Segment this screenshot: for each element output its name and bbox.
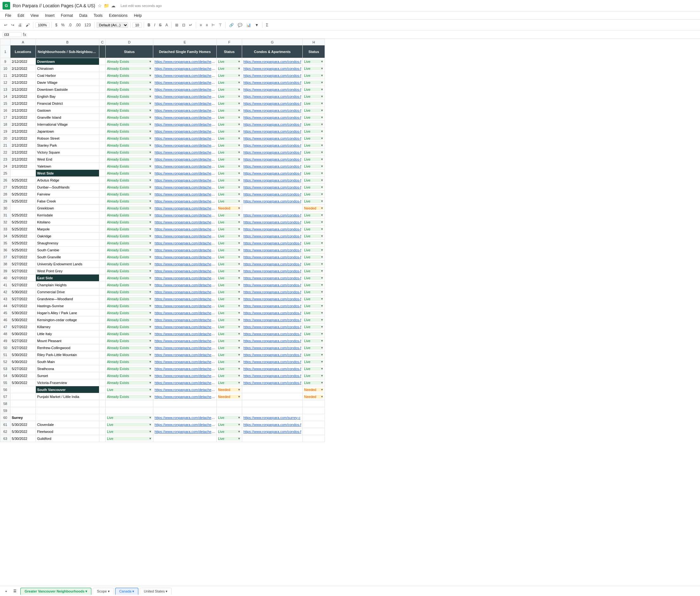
cell-date[interactable]: 5/27/2022 — [10, 268, 36, 274]
detached-link[interactable]: https://www.ronparpara.com/detached-sing… — [154, 102, 217, 105]
align-right-button[interactable]: ⊢ — [210, 22, 217, 28]
dropdown-arrow[interactable]: ▼ — [149, 81, 152, 84]
dropdown-arrow[interactable]: ▼ — [149, 297, 152, 301]
dropdown-arrow[interactable]: ▼ — [321, 283, 323, 287]
cell-status-h[interactable]: Live ▼ — [303, 240, 325, 247]
dropdown-arrow[interactable]: ▼ — [238, 151, 241, 154]
cell-neighbourhood[interactable]: Kerrisdale — [36, 212, 99, 219]
condos-link[interactable]: https://www.ronparpara.com/condos-f — [243, 199, 301, 203]
cell-date[interactable] — [10, 400, 36, 407]
dropdown-arrow[interactable]: ▼ — [149, 290, 152, 294]
cell-neighbourhood[interactable]: Shaughnessy — [36, 240, 99, 247]
condos-link[interactable]: https://www.ronparpara.com/condos-f — [243, 430, 301, 433]
condos-link[interactable]: https://www.ronparpara.com/condos-f — [243, 67, 301, 71]
dropdown-arrow[interactable]: ▼ — [149, 137, 152, 140]
cell-neighbourhood[interactable]: Mount Pleasant — [36, 337, 99, 344]
cell-neighbourhood[interactable]: East Side — [36, 274, 99, 281]
cell-status-f[interactable] — [217, 400, 242, 407]
cell-detached-url[interactable]: https://www.ronparpara.com/detached-sing… — [153, 428, 217, 435]
detached-link[interactable]: https://www.ronparpara.com/detached-sing… — [154, 185, 217, 189]
cell-status-h[interactable]: Live ▼ — [303, 226, 325, 233]
cell-neighbourhood[interactable]: University Endowment Lands — [36, 260, 99, 268]
cell-condos-url[interactable]: https://www.ronparpara.com/condos-f — [242, 274, 303, 281]
dropdown-arrow[interactable]: ▼ — [149, 116, 152, 119]
dropdown-arrow[interactable]: ▼ — [321, 67, 323, 70]
dropdown-arrow[interactable]: ▼ — [149, 255, 152, 259]
cell-status-f[interactable]: Live ▼ — [217, 358, 242, 365]
cell-status-f[interactable]: Live ▼ — [217, 240, 242, 247]
cell-detached-url[interactable]: https://www.ronparpara.com/detached-sing… — [153, 386, 217, 393]
sheet-list-button[interactable]: ☰ — [11, 588, 19, 590]
cell-condos-url[interactable]: https://www.ronparpara.com/condos-f — [242, 86, 303, 93]
cell-condos-url[interactable]: https://www.ronparpara.com/condos-f — [242, 358, 303, 365]
cell-condos-url[interactable]: https://www.ronparpara.com/condos-f — [242, 302, 303, 309]
cell-date[interactable]: 5/27/2022 — [10, 344, 36, 351]
dropdown-arrow[interactable]: ▼ — [238, 353, 241, 356]
cell-status-f[interactable]: Live ▼ — [217, 295, 242, 302]
col-header-a[interactable]: A — [10, 39, 36, 45]
cell-status-h[interactable] — [303, 421, 325, 428]
cell-condos-url[interactable] — [242, 205, 303, 212]
cell-date[interactable]: 5/27/2022 — [10, 337, 36, 344]
cell-status-h[interactable]: Live ▼ — [303, 219, 325, 226]
cell-status-h[interactable]: Live ▼ — [303, 191, 325, 198]
cell-status-h[interactable]: Live ▼ — [303, 58, 325, 65]
cell-date[interactable]: 5/25/2022 — [10, 191, 36, 198]
cell-status-h[interactable]: Live ▼ — [303, 86, 325, 93]
cell-date[interactable] — [10, 393, 36, 400]
cell-status-h[interactable]: Live ▼ — [303, 170, 325, 177]
detached-link[interactable]: https://www.ronparpara.com/detached-sing… — [154, 123, 217, 126]
wrap-button[interactable]: ↵ — [188, 22, 194, 28]
condos-link[interactable]: https://www.ronparpara.com/condos-f — [243, 276, 301, 280]
cell-status-d[interactable]: Already Exists ▼ — [106, 302, 153, 309]
cell-condos-url[interactable]: https://www.ronparpara.com/condos-f — [242, 65, 303, 72]
cell-status-f[interactable] — [217, 407, 242, 414]
cell-neighbourhood[interactable]: Little Italy — [36, 330, 99, 337]
cell-detached-url[interactable]: https://www.ronparpara.com/detached-sing… — [153, 421, 217, 428]
cell-status-f[interactable]: Live ▼ — [217, 323, 242, 330]
cell-condos-url[interactable]: https://www.ronparpara.com/condos-f — [242, 309, 303, 316]
cell-status-h[interactable] — [303, 435, 325, 442]
cell-status-h[interactable]: Live ▼ — [303, 156, 325, 163]
cell-status-h[interactable]: Live ▼ — [303, 79, 325, 86]
dropdown-arrow[interactable]: ▼ — [149, 430, 152, 433]
cell-status-h[interactable]: Live ▼ — [303, 163, 325, 170]
dropdown-arrow[interactable]: ▼ — [149, 263, 152, 266]
detached-link[interactable]: https://www.ronparpara.com/detached-sing… — [154, 430, 217, 433]
menu-tools[interactable]: Tools — [91, 13, 105, 18]
detached-link[interactable]: https://www.ronparpara.com/detached-sing… — [154, 269, 217, 273]
cell-detached-url[interactable]: https://www.ronparpara.com/detached-sing… — [153, 114, 217, 121]
cell-detached-url[interactable]: https://www.ronparpara.com/detached-sing… — [153, 170, 217, 177]
dropdown-arrow[interactable]: ▼ — [238, 123, 241, 126]
dropdown-arrow[interactable]: ▼ — [321, 388, 323, 391]
cell-detached-url[interactable]: https://www.ronparpara.com/detached-sing… — [153, 233, 217, 240]
cell-status-f[interactable]: Live ▼ — [217, 289, 242, 295]
cell-neighbourhood[interactable]: Marpole — [36, 226, 99, 233]
detached-link[interactable]: https://www.ronparpara.com/detached-sing… — [154, 332, 217, 336]
cell-status-d[interactable]: Already Exists ▼ — [106, 351, 153, 358]
cell-detached-url[interactable]: https://www.ronparpara.com/detached-sing… — [153, 79, 217, 86]
cell-condos-url[interactable]: https://www.ronparpara.com/condos-f — [242, 330, 303, 337]
cell-status-h[interactable] — [303, 428, 325, 435]
dropdown-arrow[interactable]: ▼ — [238, 200, 241, 203]
cell-detached-url[interactable]: https://www.ronparpara.com/detached-sing… — [153, 351, 217, 358]
cell-detached-url[interactable]: https://www.ronparpara.com/detached-sing… — [153, 219, 217, 226]
dropdown-arrow[interactable]: ▼ — [149, 179, 152, 182]
cell-status-f[interactable]: Live ▼ — [217, 253, 242, 260]
condos-link[interactable]: https://www.ronparpara.com/condos-f — [243, 318, 301, 322]
cell-status-h[interactable]: Live ▼ — [303, 114, 325, 121]
condos-link[interactable]: https://www.ronparpara.com/condos-f — [243, 234, 301, 238]
cell-neighbourhood[interactable]: Kensington-cedar cottage — [36, 316, 99, 323]
cell-detached-url[interactable]: https://www.ronparpara.com/detached-sing… — [153, 289, 217, 295]
cell-date[interactable]: 5/30/2022 — [10, 428, 36, 435]
detached-link[interactable]: https://www.ronparpara.com/detached-sing… — [154, 311, 217, 315]
dropdown-arrow[interactable]: ▼ — [321, 374, 323, 377]
cloud-icon[interactable]: ☁ — [111, 3, 116, 8]
cell-condos-url[interactable]: https://www.ronparpara.com/condos-f — [242, 240, 303, 247]
detached-link[interactable]: https://www.ronparpara.com/detached-sing… — [154, 88, 217, 92]
cell-neighbourhood[interactable]: False Creek — [36, 198, 99, 205]
cell-date[interactable]: 5/30/2022 — [10, 372, 36, 379]
dropdown-arrow[interactable]: ▼ — [238, 116, 241, 119]
cell-status-d[interactable]: Already Exists ▼ — [106, 379, 153, 386]
dropdown-arrow[interactable]: ▼ — [238, 158, 241, 161]
